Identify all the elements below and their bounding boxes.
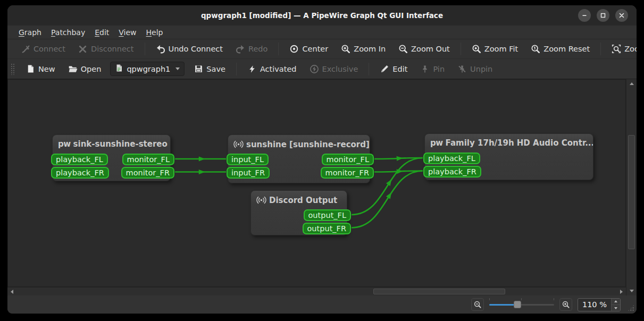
toolbar-button-zoom-range[interactable]: Zoom Range	[606, 41, 637, 56]
toolbar-button-activated[interactable]: Activated	[241, 62, 303, 77]
menu-patchbay[interactable]: Patchbay	[46, 27, 90, 38]
zoom-slider[interactable]	[489, 300, 554, 309]
scroll-right-arrow[interactable]	[620, 290, 623, 294]
toolbar-button-label: Center	[302, 45, 328, 53]
status-zoom-out-button[interactable]	[471, 298, 484, 311]
connect-icon	[21, 44, 30, 54]
edit-icon	[380, 64, 389, 74]
port-monitor_FR[interactable]: monitor_FR	[121, 167, 174, 179]
stream-icon	[256, 195, 266, 205]
toolbar-button-undo-connect[interactable]: Undo Connect	[150, 41, 229, 56]
maximize-button[interactable]	[597, 9, 609, 22]
combo-label: qpwgraph1	[127, 65, 170, 73]
node-family-audio[interactable]: pwFamily 17h/19h HD Audio Contr...playba…	[424, 133, 593, 180]
toolbar-button-label: Exclusive	[322, 65, 358, 73]
port-input_FR[interactable]: input_FR	[227, 167, 270, 179]
zoom-spin-up[interactable]	[612, 298, 620, 305]
toolbar-separator	[145, 43, 145, 55]
undo-icon	[156, 44, 165, 54]
menu-graph[interactable]: Graph	[14, 27, 46, 38]
zoom-reset-icon	[531, 44, 540, 54]
scroll-down-arrow[interactable]	[630, 290, 634, 292]
toolbar-button-zoom-in[interactable]: Zoom In	[335, 41, 391, 56]
redo-icon	[236, 44, 245, 54]
toolbar-button-open[interactable]: Open	[62, 62, 107, 77]
port-playback_FL[interactable]: playback_FL	[51, 154, 108, 165]
port-playback_FR[interactable]: playback_FR	[423, 166, 481, 178]
zoom-spinbox[interactable]: 110 %	[578, 298, 621, 311]
maximize-icon	[600, 12, 606, 19]
node-header: sunshine [sunshine-record]	[228, 135, 370, 149]
toolbar-button-new[interactable]: New	[20, 62, 61, 77]
chevron-down-icon	[175, 67, 180, 70]
toolbar-button-edit[interactable]: Edit	[374, 62, 413, 77]
toolbar-button-label: Unpin	[470, 65, 492, 73]
menu-view[interactable]: View	[114, 27, 141, 38]
port-monitor_FR[interactable]: monitor_FR	[321, 167, 374, 179]
toolbar-separator	[369, 63, 369, 75]
toolbar-separator	[461, 43, 461, 55]
window-controls	[578, 9, 637, 22]
node-header: Discord Output	[251, 191, 347, 205]
toolbar-button-zoom-out[interactable]: Zoom Out	[392, 41, 456, 56]
scroll-left-arrow[interactable]	[11, 290, 13, 294]
node-sink-sunshine-stereo[interactable]: pwsink-sunshine-stereoplayback_FLplaybac…	[52, 134, 171, 181]
node-discord-output[interactable]: Discord Outputoutput_FLoutput_FR	[250, 190, 347, 235]
port-monitor_FL[interactable]: monitor_FL	[322, 154, 374, 165]
port-input_FL[interactable]: input_FL	[227, 154, 269, 165]
menu-help[interactable]: Help	[141, 27, 168, 38]
new-icon	[26, 64, 35, 74]
toolbar-button-unpin[interactable]: Unpin	[451, 62, 498, 77]
connection-sink-1-to-sunshine-1[interactable]	[175, 170, 226, 174]
port-playback_FR[interactable]: playback_FR	[51, 167, 109, 179]
window-title: qpwgraph1 [modified] — A PipeWire Graph …	[7, 11, 637, 20]
pipewire-icon: pw	[58, 139, 71, 149]
toolbar-button-label: New	[38, 65, 55, 73]
graph-canvas[interactable]: pwsink-sunshine-stereoplayback_FLplaybac…	[7, 79, 626, 287]
toolbar-handle[interactable]	[11, 63, 15, 75]
toolbar-button-save[interactable]: Save	[188, 62, 231, 77]
center-icon	[289, 44, 299, 54]
titlebar[interactable]: qpwgraph1 [modified] — A PipeWire Graph …	[7, 5, 637, 26]
port-output_FR[interactable]: output_FR	[303, 223, 352, 234]
toolbar-separator	[236, 63, 237, 75]
status-zoom-in-button[interactable]	[559, 298, 572, 311]
stream-icon	[233, 139, 244, 149]
port-output_FL[interactable]: output_FL	[304, 209, 352, 221]
node-header: pwsink-sunshine-stereo	[53, 135, 170, 149]
connection-arrow-icon	[199, 156, 205, 161]
vertical-scrollbar-thumb[interactable]	[628, 135, 635, 249]
connection-sink-0-to-sunshine-0[interactable]	[175, 156, 226, 161]
toolbar-graph: ConnectDisconnectUndo ConnectRedoCenterZ…	[7, 39, 637, 59]
vertical-scrollbar[interactable]	[626, 79, 637, 295]
disconnect-icon	[78, 44, 88, 54]
port-playback_FL[interactable]: playback_FL	[423, 153, 480, 164]
toolbar-button-pin[interactable]: Pin	[414, 62, 450, 77]
toolbar-button-disconnect[interactable]: Disconnect	[72, 41, 140, 56]
toolbar-button-redo[interactable]: Redo	[230, 41, 273, 56]
horizontal-scrollbar[interactable]	[7, 287, 626, 295]
toolbar-button-label: Open	[81, 65, 102, 73]
zoom-spin-down[interactable]	[612, 305, 620, 311]
menu-edit[interactable]: Edit	[90, 27, 114, 38]
node-title: sunshine [sunshine-record]	[246, 140, 370, 149]
node-sunshine[interactable]: sunshine [sunshine-record]input_FLinput_…	[228, 134, 370, 183]
zoom-range-icon	[612, 44, 621, 54]
toolbar-button-exclusive[interactable]: Exclusive	[304, 62, 364, 77]
close-button[interactable]	[615, 9, 628, 22]
scroll-up-arrow[interactable]	[630, 82, 634, 85]
toolbar-button-center[interactable]: Center	[283, 41, 334, 56]
toolbar-button-label: Disconnect	[91, 45, 134, 53]
zoom-slider-handle[interactable]	[514, 301, 521, 308]
combo-patchbay-select[interactable]: qpwgraph1	[110, 62, 185, 76]
port-monitor_FL[interactable]: monitor_FL	[122, 154, 174, 165]
toolbar-button-connect[interactable]: Connect	[15, 41, 71, 56]
resize-grip[interactable]	[628, 305, 634, 311]
zoom-spin-buttons	[611, 298, 620, 311]
horizontal-scrollbar-thumb[interactable]	[373, 289, 505, 294]
slider-tick	[554, 298, 554, 300]
toolbar-button-zoom-fit[interactable]: Zoom Fit	[466, 41, 524, 56]
toolbar-button-zoom-reset[interactable]: Zoom Reset	[525, 41, 596, 56]
zoom-value[interactable]: 110 %	[578, 300, 611, 309]
minimize-button[interactable]	[578, 9, 591, 22]
